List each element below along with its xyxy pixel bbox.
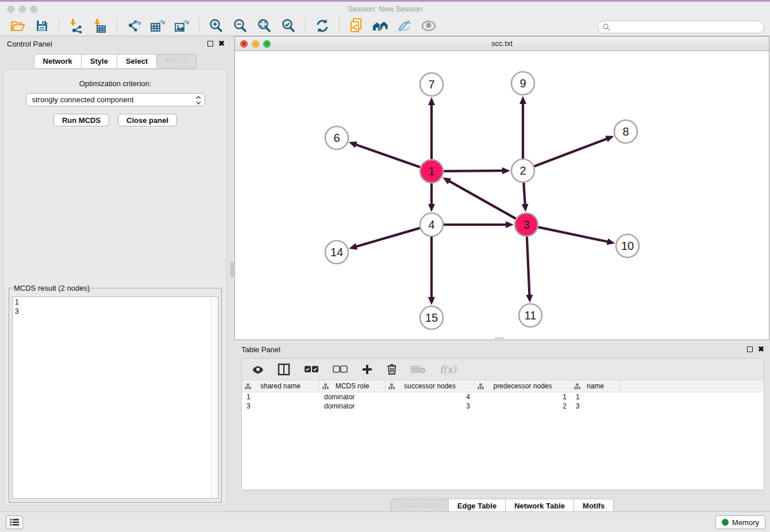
close-window-button[interactable]: [7, 6, 14, 13]
column-sort-icon: [478, 383, 484, 390]
import-network-icon[interactable]: [67, 18, 84, 34]
graph-edge-1-2[interactable]: [444, 171, 503, 171]
network-graph[interactable]: 7968124314101511: [235, 51, 769, 340]
toolbar-separator: [305, 18, 306, 33]
table-cell[interactable]: 3: [242, 402, 319, 411]
graph-node-label: 7: [428, 78, 434, 91]
tab-select[interactable]: Select: [117, 54, 157, 69]
delete-column-icon[interactable]: [387, 363, 397, 375]
column-header-shared-name[interactable]: shared name: [242, 380, 319, 392]
column-header-MCDS-role[interactable]: MCDS role: [319, 380, 386, 392]
run-mcds-button[interactable]: Run MCDS: [53, 114, 109, 126]
hide-panels-icon[interactable]: [396, 18, 413, 34]
table-panel-title: Table Panel: [241, 345, 280, 354]
table-cell[interactable]: 2: [475, 402, 571, 411]
export-network-icon[interactable]: [125, 18, 143, 34]
show-overview-icon[interactable]: [372, 18, 389, 34]
close-panel-button[interactable]: Close panel: [118, 114, 177, 126]
unselect-all-columns-icon[interactable]: [333, 365, 348, 373]
tab-mcds[interactable]: MCDS: [157, 54, 197, 69]
export-table-icon[interactable]: [149, 18, 167, 34]
zoom-selected-icon[interactable]: [280, 18, 297, 34]
panel-splitter-handle[interactable]: [230, 261, 234, 277]
memory-button[interactable]: Memory: [715, 515, 765, 529]
app-titlebar: Session: New Session: [0, 2, 770, 16]
table-panel: Table Panel ✖: [234, 342, 770, 510]
status-bar: Memory: [0, 511, 770, 532]
graph-edge-2-3[interactable]: [523, 183, 525, 205]
tab-network[interactable]: Network: [34, 54, 82, 69]
column-header-successor-nodes[interactable]: successor nodes: [386, 380, 475, 392]
close-panel-icon[interactable]: ✖: [218, 40, 225, 47]
table-cell[interactable]: dominator: [319, 392, 386, 402]
table-cell[interactable]: dominator: [319, 402, 386, 411]
toolbar-separator: [117, 18, 117, 33]
window-controls[interactable]: [7, 6, 37, 13]
task-list-icon: [10, 518, 20, 526]
minimize-view-button[interactable]: −: [252, 40, 259, 48]
table-cell[interactable]: 1: [242, 392, 319, 402]
zoom-fit-icon[interactable]: [256, 18, 273, 34]
column-header-name[interactable]: name: [571, 380, 620, 392]
select-all-columns-icon[interactable]: [304, 365, 319, 373]
table-settings-icon[interactable]: [252, 364, 264, 375]
graph-edge-4-14[interactable]: [356, 228, 420, 246]
table-cell[interactable]: 1: [475, 392, 571, 402]
column-header-predecessor-nodes[interactable]: predecessor nodes: [475, 380, 571, 392]
toolbar-separator: [339, 18, 340, 33]
mcds-result-group: MCDS result (2 nodes) 13: [9, 284, 222, 503]
network-window-titlebar[interactable]: ✕ − + scc.txt: [235, 37, 769, 51]
table-cell[interactable]: 4: [386, 392, 475, 402]
float-table-panel-icon[interactable]: [747, 346, 753, 352]
column-sort-icon: [245, 383, 251, 390]
search-input[interactable]: [598, 21, 764, 33]
save-session-icon[interactable]: [33, 18, 51, 34]
show-panels-icon[interactable]: [420, 18, 437, 34]
minimize-window-button[interactable]: [19, 6, 26, 13]
table-scroll-strip[interactable]: [241, 490, 764, 495]
open-session-icon[interactable]: [9, 18, 26, 34]
graph-node-label: 15: [425, 311, 438, 324]
maximize-view-button[interactable]: +: [263, 40, 271, 48]
clone-network-icon[interactable]: [348, 18, 365, 34]
add-column-icon[interactable]: [361, 364, 373, 375]
column-sort-icon: [574, 383, 580, 390]
toggle-column-view-icon[interactable]: [278, 363, 290, 376]
result-line: 1: [15, 298, 215, 307]
table-cell[interactable]: 1: [571, 392, 620, 402]
network-canvas[interactable]: 7968124314101511: [235, 51, 769, 340]
table-row[interactable]: 1dominator411: [242, 392, 764, 402]
criterion-dropdown[interactable]: strongly connected component: [26, 93, 205, 106]
table-cell[interactable]: 3: [571, 402, 620, 411]
apply-layout-icon[interactable]: [314, 18, 331, 34]
export-image-icon[interactable]: [174, 18, 191, 34]
table-rows: 1dominator4113dominator323: [242, 392, 764, 411]
zoom-window-button[interactable]: [30, 6, 37, 13]
toolbar-separator: [59, 18, 59, 33]
graph-node-label: 3: [523, 218, 529, 231]
result-scrollbar[interactable]: [211, 298, 217, 498]
column-header-label: shared name: [260, 382, 301, 390]
table-row[interactable]: 3dominator323: [242, 402, 764, 411]
mcds-result-text[interactable]: 13: [12, 296, 218, 499]
tab-style[interactable]: Style: [82, 54, 117, 69]
zoom-out-icon[interactable]: [232, 18, 249, 34]
table-cell[interactable]: 3: [386, 402, 475, 411]
zoom-in-icon[interactable]: [207, 18, 225, 34]
graph-edge-3-10[interactable]: [538, 227, 608, 241]
graph-edge-3-11[interactable]: [527, 237, 530, 295]
close-table-panel-icon[interactable]: ✖: [758, 346, 764, 353]
graph-edge-1-6[interactable]: [356, 145, 420, 167]
import-table-icon[interactable]: [91, 18, 109, 34]
search-icon: [602, 23, 610, 31]
dropdown-stepper-icon: [196, 95, 201, 105]
graph-edge-3-1[interactable]: [449, 181, 515, 219]
graph-edge-2-8[interactable]: [534, 138, 607, 166]
graph-node-label: 2: [519, 164, 526, 177]
close-view-button[interactable]: ✕: [240, 40, 248, 48]
float-panel-icon[interactable]: [207, 41, 213, 47]
column-sort-icon: [388, 383, 395, 390]
task-history-button[interactable]: [6, 515, 23, 529]
column-header-label: name: [587, 382, 604, 390]
optimization-criterion-label: Optimization criterion:: [4, 79, 226, 88]
